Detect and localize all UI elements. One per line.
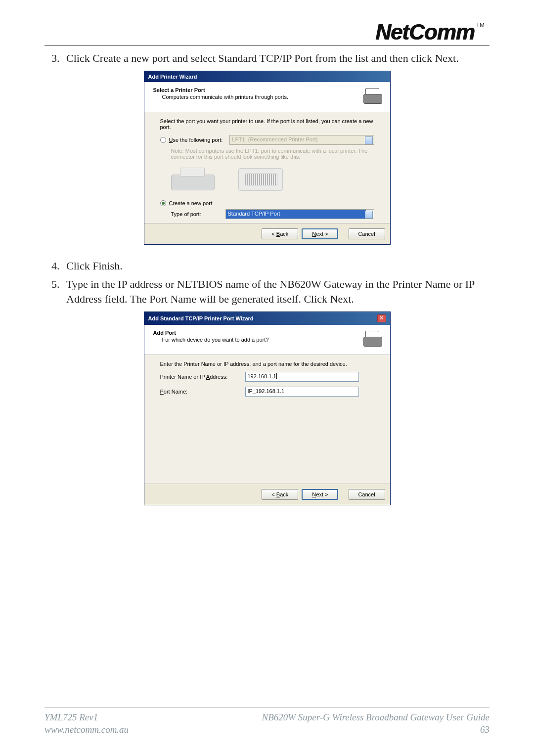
step-3: 3. Click Create a new port and select St… — [44, 51, 490, 66]
back-button[interactable]: < Back — [262, 489, 298, 500]
printer-icon — [362, 87, 384, 107]
use-following-port-label: Use the following port: — [169, 137, 223, 143]
close-icon[interactable]: × — [377, 314, 386, 322]
dialog-title: Add Printer Wizard — [148, 74, 197, 80]
lpt-note-text: Note: Most computers use the LPT1: port … — [171, 148, 374, 160]
lpt-port-combo: LPT1: (Recommended Printer Port) — [229, 135, 374, 145]
dialog-header-subtitle: For which device do you want to add a po… — [162, 337, 362, 343]
step-4-number: 4. — [44, 259, 66, 273]
footer-url: www.netcomm.com.au — [44, 723, 129, 736]
use-following-port-radio-row[interactable]: Use the following port: LPT1: (Recommend… — [160, 135, 374, 145]
step-5-number: 5. — [44, 277, 66, 306]
step-3-number: 3. — [44, 51, 66, 66]
footer-divider — [44, 708, 490, 708]
type-of-port-value: Standard TCP/IP Port — [226, 210, 366, 219]
dialog-titlebar: Add Standard TCP/IP Printer Port Wizard … — [144, 312, 390, 325]
cancel-button[interactable]: Cancel — [349, 489, 385, 500]
add-tcpip-port-wizard-dialog: Add Standard TCP/IP Printer Port Wizard … — [144, 311, 391, 505]
step-4-text: Click Finish. — [66, 259, 490, 273]
dialog-header-title: Add Port — [153, 330, 362, 336]
step-4: 4. Click Finish. — [44, 259, 490, 273]
wizard1-instruction: Select the port you want your printer to… — [160, 118, 374, 130]
header-divider — [44, 45, 490, 46]
dialog-header-subtitle: Computers communicate with printers thro… — [162, 94, 362, 100]
back-button[interactable]: < Back — [262, 228, 298, 239]
printer-name-ip-label: Printer Name or IP Address: — [160, 374, 245, 380]
create-new-port-radio-row[interactable]: Create a new port: — [160, 200, 374, 206]
port-name-input[interactable]: IP_192.168.1.1 — [245, 387, 359, 397]
dialog-footer: < Back Next > Cancel — [144, 484, 390, 505]
type-of-port-label: Type of port: — [171, 211, 225, 217]
dialog-header-title: Select a Printer Port — [153, 87, 362, 93]
radio-icon — [160, 200, 166, 206]
brand-logo: NetComm TM — [44, 20, 490, 44]
port-illustration — [238, 168, 283, 191]
connector-illustration — [171, 162, 374, 197]
type-of-port-combo[interactable]: Standard TCP/IP Port — [225, 209, 374, 219]
footer-doc-rev: YML725 Rev1 — [44, 711, 129, 724]
footer-doc-title: NB620W Super-G Wireless Broadband Gatewa… — [262, 711, 490, 724]
create-new-port-label: Create a new port: — [169, 200, 214, 206]
cancel-button[interactable]: Cancel — [349, 228, 385, 239]
dialog-header: Select a Printer Port Computers communic… — [144, 82, 390, 112]
dialog-titlebar: Add Printer Wizard — [144, 71, 390, 82]
dialog-title: Add Standard TCP/IP Printer Port Wizard — [148, 315, 254, 321]
logo-tm: TM — [476, 22, 485, 29]
printer-name-ip-input[interactable]: 192.168.1.1 — [245, 372, 359, 382]
port-name-label: Port Name: — [160, 389, 245, 395]
add-printer-wizard-dialog: Add Printer Wizard Select a Printer Port… — [144, 71, 391, 245]
dialog-footer: < Back Next > Cancel — [144, 223, 390, 244]
dialog-header: Add Port For which device do you want to… — [144, 325, 390, 355]
page-footer: YML725 Rev1 www.netcomm.com.au NB620W Su… — [44, 708, 490, 736]
radio-icon — [160, 137, 166, 143]
step-3-text: Click Create a new port and select Stand… — [66, 51, 490, 66]
footer-page-number: 63 — [262, 723, 490, 736]
next-button[interactable]: Next > — [302, 489, 338, 500]
wizard2-instruction: Enter the Printer Name or IP address, an… — [160, 361, 374, 367]
step-5-text: Type in the IP address or NETBIOS name o… — [66, 277, 490, 306]
printer-icon — [362, 330, 384, 350]
logo-text: NetComm — [375, 20, 475, 44]
printer-illustration — [171, 166, 214, 193]
next-button[interactable]: Next > — [302, 228, 338, 239]
step-5: 5. Type in the IP address or NETBIOS nam… — [44, 277, 490, 306]
